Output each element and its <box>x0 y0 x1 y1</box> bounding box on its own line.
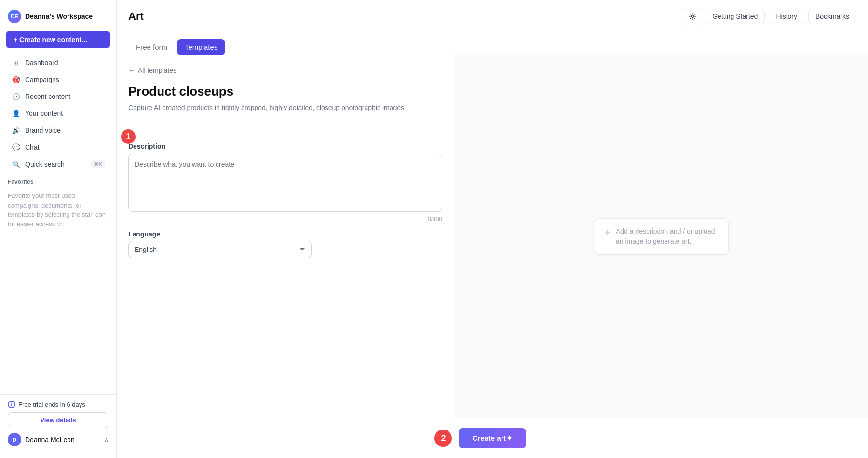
content-area: ← All templates Product closeups Capture… <box>117 55 868 418</box>
bookmarks-button[interactable]: Bookmarks <box>808 9 856 24</box>
sidebar-item-brand-voice[interactable]: 🔊 Brand voice <box>4 122 112 139</box>
sidebar-item-label: Campaigns <box>25 76 59 83</box>
getting-started-button[interactable]: Getting Started <box>705 9 765 24</box>
language-select[interactable]: English Spanish French German Italian Po… <box>128 241 312 258</box>
trial-icon: ℹ <box>8 401 15 408</box>
create-art-button[interactable]: Create art✦ <box>459 428 526 448</box>
sidebar-item-label: Dashboard <box>25 59 58 67</box>
sidebar-item-label: Your content <box>25 110 63 117</box>
user-avatar: D <box>8 433 21 446</box>
chevron-up-icon: ∧ <box>104 436 108 443</box>
page-title: Art <box>128 10 678 23</box>
chat-icon: 💬 <box>12 143 20 152</box>
description-wrapper <box>128 154 442 214</box>
settings-icon-button[interactable] <box>684 8 701 25</box>
your-content-icon: 👤 <box>12 109 20 118</box>
form-panel: ← All templates Product closeups Capture… <box>117 55 454 418</box>
language-label: Language <box>128 230 442 238</box>
history-button[interactable]: History <box>769 9 804 24</box>
back-link-label: All templates <box>138 67 176 74</box>
sidebar-item-label: Brand voice <box>25 126 61 134</box>
sidebar: DE Deanna's Workspace + Create new conte… <box>0 0 117 458</box>
lightning-icon: ✦ <box>604 227 611 238</box>
preview-panel: ✦ Add a description and / or upload an i… <box>454 55 868 418</box>
step-1-badge: 1 <box>121 129 136 144</box>
main-content: Art Getting Started History Bookmarks Fr… <box>117 0 868 458</box>
gear-icon <box>689 13 696 20</box>
sidebar-item-quick-search[interactable]: 🔍 Quick search ⌘K <box>4 156 112 172</box>
preview-hint-text: Add a description and / or upload an ima… <box>616 226 719 247</box>
sidebar-nav: ⊞ Dashboard 🎯 Campaigns 🕐 Recent content… <box>0 54 116 173</box>
tabs-row: Free form Templates <box>117 33 868 55</box>
back-to-templates-link[interactable]: ← All templates <box>128 67 442 74</box>
template-description: Capture AI-created products in tightly c… <box>128 103 442 113</box>
divider <box>117 125 454 125</box>
step-1-section: 1 Description 0/400 Language English Spa… <box>128 137 442 258</box>
template-title: Product closeups <box>128 84 442 99</box>
user-row[interactable]: D Deanna McLean ∧ <box>8 433 108 446</box>
sidebar-item-label: Quick search <box>25 160 65 168</box>
sidebar-item-dashboard[interactable]: ⊞ Dashboard <box>4 55 112 71</box>
favorites-empty-text: Favorite your most used campaigns, docum… <box>0 187 116 233</box>
trial-text: Free trial ends in 6 days <box>18 401 85 408</box>
char-count: 0/400 <box>128 216 442 222</box>
sidebar-item-your-content[interactable]: 👤 Your content <box>4 105 112 122</box>
shortcut-badge: ⌘K <box>91 160 105 168</box>
trial-notice: ℹ Free trial ends in 6 days <box>8 401 108 408</box>
tab-templates[interactable]: Templates <box>177 39 225 55</box>
form-footer: 2 Create art✦ <box>117 418 868 458</box>
preview-hint-card: ✦ Add a description and / or upload an i… <box>594 218 729 255</box>
dashboard-icon: ⊞ <box>12 58 20 67</box>
header-actions: Getting Started History Bookmarks <box>684 8 856 25</box>
search-icon: 🔍 <box>12 160 20 168</box>
sidebar-item-campaigns[interactable]: 🎯 Campaigns <box>4 71 112 88</box>
sidebar-item-label: Recent content <box>25 93 70 100</box>
user-name: Deanna McLean <box>25 436 75 444</box>
description-textarea[interactable] <box>128 154 442 212</box>
tab-free-form[interactable]: Free form <box>128 39 175 55</box>
main-header: Art Getting Started History Bookmarks <box>117 0 868 33</box>
brand-voice-icon: 🔊 <box>12 126 20 135</box>
create-new-content-button[interactable]: + Create new content... <box>6 31 110 48</box>
sidebar-item-chat[interactable]: 💬 Chat <box>4 139 112 155</box>
sidebar-bottom: ℹ Free trial ends in 6 days View details… <box>0 394 116 452</box>
view-details-button[interactable]: View details <box>8 412 108 428</box>
description-label: Description <box>128 142 442 150</box>
workspace-header[interactable]: DE Deanna's Workspace <box>0 6 116 31</box>
svg-point-0 <box>692 15 694 18</box>
workspace-name: Deanna's Workspace <box>25 13 93 20</box>
campaigns-icon: 🎯 <box>12 75 20 84</box>
workspace-avatar: DE <box>8 10 21 23</box>
favorites-section-title: Favorites <box>0 173 116 187</box>
recent-content-icon: 🕐 <box>12 92 20 101</box>
step-2-badge: 2 <box>434 430 452 447</box>
arrow-left-icon: ← <box>128 67 135 74</box>
sidebar-item-label: Chat <box>25 143 40 151</box>
sidebar-item-recent-content[interactable]: 🕐 Recent content <box>4 88 112 105</box>
